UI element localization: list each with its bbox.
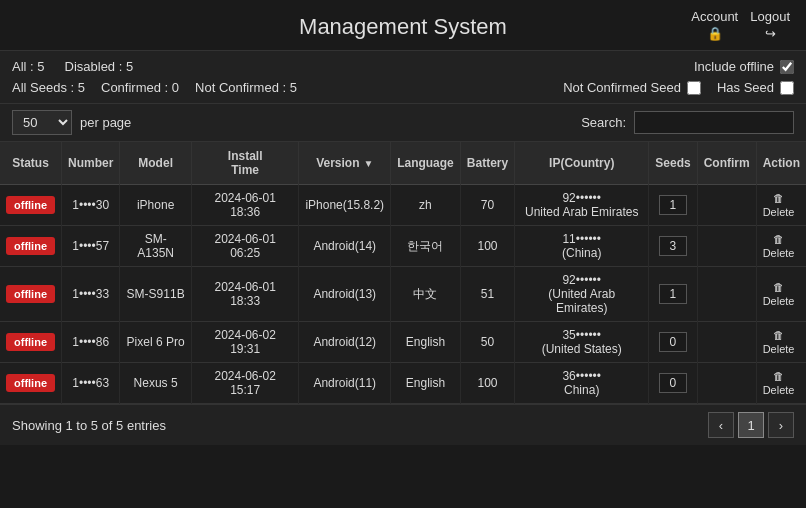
logout-button[interactable]: Logout ↪ bbox=[750, 9, 790, 41]
cell-action: 🗑 Delete bbox=[756, 185, 806, 226]
offline-badge: offline bbox=[6, 196, 55, 214]
include-offline-label: Include offline bbox=[694, 59, 774, 74]
seeds-value: 1 bbox=[659, 284, 687, 304]
cell-battery: 50 bbox=[460, 322, 514, 363]
has-seed-checkbox[interactable] bbox=[780, 81, 794, 95]
cell-confirm bbox=[697, 363, 756, 404]
delete-label: Delete bbox=[763, 295, 795, 307]
logout-icon: ↪ bbox=[765, 26, 776, 41]
disabled-stat: Disabled : 5 bbox=[65, 59, 134, 74]
trash-icon: 🗑 bbox=[773, 370, 784, 382]
search-group: Search: bbox=[581, 111, 794, 134]
cell-number: 1••••33 bbox=[62, 267, 120, 322]
col-install-time: InstallTime bbox=[191, 142, 298, 185]
trash-icon: 🗑 bbox=[773, 192, 784, 204]
col-action: Action bbox=[756, 142, 806, 185]
col-status: Status bbox=[0, 142, 62, 185]
seeds-value: 0 bbox=[659, 373, 687, 393]
delete-button[interactable]: 🗑 Delete bbox=[763, 233, 795, 259]
not-confirmed-seed-label: Not Confirmed Seed bbox=[563, 80, 681, 95]
seeds-value: 3 bbox=[659, 236, 687, 256]
trash-icon: 🗑 bbox=[773, 281, 784, 293]
table-footer: Showing 1 to 5 of 5 entries ‹ 1 › bbox=[0, 404, 806, 445]
table-header: Status Number Model InstallTime Version … bbox=[0, 142, 806, 185]
cell-model: Nexus 5 bbox=[120, 363, 192, 404]
table-row: offline 1••••33 SM-S911B 2024-06-01 18:3… bbox=[0, 267, 806, 322]
cell-model: iPhone bbox=[120, 185, 192, 226]
cell-seeds: 1 bbox=[649, 267, 697, 322]
per-page-select[interactable]: 50 25 100 bbox=[12, 110, 72, 135]
cell-confirm bbox=[697, 322, 756, 363]
table-row: offline 1••••57 SM-A135N 2024-06-01 06:2… bbox=[0, 226, 806, 267]
account-label: Account bbox=[691, 9, 738, 24]
per-page-group: 50 25 100 per page bbox=[12, 110, 131, 135]
account-button[interactable]: Account 🔒 bbox=[691, 9, 738, 41]
has-seed-label: Has Seed bbox=[717, 80, 774, 95]
not-confirmed-seed-group: Not Confirmed Seed bbox=[563, 80, 701, 95]
cell-action: 🗑 Delete bbox=[756, 363, 806, 404]
toolbar-row1-right: Include offline bbox=[694, 59, 794, 74]
table-row: offline 1••••63 Nexus 5 2024-06-02 15:17… bbox=[0, 363, 806, 404]
table-body: offline 1••••30 iPhone 2024-06-01 18:36 … bbox=[0, 185, 806, 404]
table-row: offline 1••••30 iPhone 2024-06-01 18:36 … bbox=[0, 185, 806, 226]
seeds-value: 0 bbox=[659, 332, 687, 352]
delete-button[interactable]: 🗑 Delete bbox=[763, 329, 795, 355]
search-input[interactable] bbox=[634, 111, 794, 134]
offline-badge: offline bbox=[6, 374, 55, 392]
delete-label: Delete bbox=[763, 384, 795, 396]
version-sort-icon[interactable]: ▼ bbox=[363, 158, 373, 169]
cell-action: 🗑 Delete bbox=[756, 226, 806, 267]
cell-ip-country: 36••••••China) bbox=[515, 363, 649, 404]
cell-confirm bbox=[697, 267, 756, 322]
pagination: ‹ 1 › bbox=[708, 412, 794, 438]
confirmed-stat: Confirmed : 0 bbox=[101, 80, 179, 95]
delete-button[interactable]: 🗑 Delete bbox=[763, 281, 795, 307]
cell-version: iPhone(15.8.2) bbox=[299, 185, 391, 226]
prev-page-button[interactable]: ‹ bbox=[708, 412, 734, 438]
cell-model: SM-A135N bbox=[120, 226, 192, 267]
cell-language: English bbox=[391, 322, 461, 363]
cell-ip-country: 92••••••United Arab Emirates bbox=[515, 185, 649, 226]
cell-battery: 51 bbox=[460, 267, 514, 322]
next-page-button[interactable]: › bbox=[768, 412, 794, 438]
toolbar-row2: All Seeds : 5 Confirmed : 0 Not Confirme… bbox=[12, 80, 794, 95]
logout-label: Logout bbox=[750, 9, 790, 24]
cell-seeds: 3 bbox=[649, 226, 697, 267]
cell-number: 1••••63 bbox=[62, 363, 120, 404]
stats-left: All : 5 Disabled : 5 bbox=[12, 59, 133, 74]
header-actions: Account 🔒 Logout ↪ bbox=[691, 9, 790, 41]
cell-install-time: 2024-06-01 06:25 bbox=[191, 226, 298, 267]
col-model: Model bbox=[120, 142, 192, 185]
cell-number: 1••••86 bbox=[62, 322, 120, 363]
cell-language: English bbox=[391, 363, 461, 404]
cell-confirm bbox=[697, 185, 756, 226]
col-number: Number bbox=[62, 142, 120, 185]
cell-number: 1••••57 bbox=[62, 226, 120, 267]
not-confirmed-stat: Not Confirmed : 5 bbox=[195, 80, 297, 95]
include-offline-checkbox[interactable] bbox=[780, 60, 794, 74]
col-confirm: Confirm bbox=[697, 142, 756, 185]
cell-ip-country: 35••••••(United States) bbox=[515, 322, 649, 363]
offline-badge: offline bbox=[6, 333, 55, 351]
has-seed-group: Has Seed bbox=[717, 80, 794, 95]
search-label: Search: bbox=[581, 115, 626, 130]
col-ip: IP(Country) bbox=[515, 142, 649, 185]
include-offline-group: Include offline bbox=[694, 59, 794, 74]
col-language: Language bbox=[391, 142, 461, 185]
delete-button[interactable]: 🗑 Delete bbox=[763, 192, 795, 218]
not-confirmed-seed-checkbox[interactable] bbox=[687, 81, 701, 95]
delete-button[interactable]: 🗑 Delete bbox=[763, 370, 795, 396]
cell-version: Android(12) bbox=[299, 322, 391, 363]
seeds-value: 1 bbox=[659, 195, 687, 215]
cell-ip-country: 11••••••(China) bbox=[515, 226, 649, 267]
cell-seeds: 0 bbox=[649, 322, 697, 363]
cell-language: 한국어 bbox=[391, 226, 461, 267]
cell-install-time: 2024-06-01 18:36 bbox=[191, 185, 298, 226]
col-version: Version ▼ bbox=[299, 142, 391, 185]
cell-status: offline bbox=[0, 267, 62, 322]
page-1-button[interactable]: 1 bbox=[738, 412, 764, 438]
cell-model: SM-S911B bbox=[120, 267, 192, 322]
filter-checkboxes: Not Confirmed Seed Has Seed bbox=[563, 80, 794, 95]
per-page-label: per page bbox=[80, 115, 131, 130]
cell-ip-country: 92••••••(United Arab Emirates) bbox=[515, 267, 649, 322]
